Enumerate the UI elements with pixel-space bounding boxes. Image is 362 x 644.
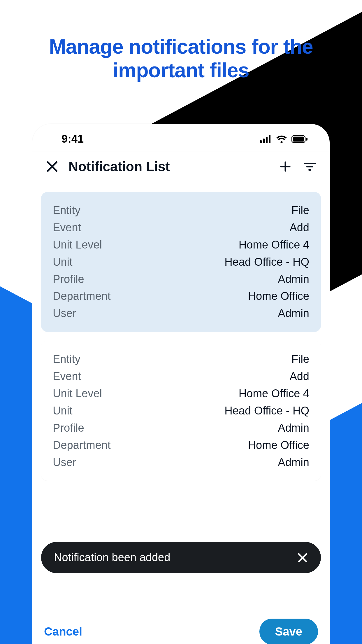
svg-rect-6 <box>306 138 307 141</box>
row-value: Head Office - HQ <box>224 402 309 419</box>
row-value: Home Office 4 <box>239 236 309 253</box>
card-row: UnitHead Office - HQ <box>53 402 309 419</box>
row-value: Add <box>289 219 309 236</box>
svg-rect-0 <box>260 140 262 143</box>
content-area: EntityFile EventAdd Unit LevelHome Offic… <box>32 183 330 481</box>
row-value: Add <box>289 368 309 385</box>
row-value: Admin <box>278 271 309 288</box>
promo-headline: Manage notifications for the important f… <box>0 0 362 82</box>
svg-rect-8 <box>306 166 313 167</box>
page-title: Notification List <box>68 159 269 174</box>
row-label: Unit <box>53 402 73 419</box>
row-label: Profile <box>53 419 84 437</box>
svg-rect-1 <box>263 139 265 143</box>
row-value: Admin <box>278 305 309 322</box>
toast: Notification been added <box>41 542 321 573</box>
close-button[interactable] <box>44 158 60 175</box>
card-row: ProfileAdmin <box>53 271 309 288</box>
nav-bar: Notification List <box>32 151 330 183</box>
row-label: Unit Level <box>53 236 102 253</box>
notification-card[interactable]: EntityFile EventAdd Unit LevelHome Offic… <box>41 341 321 481</box>
close-icon <box>297 552 308 563</box>
save-button[interactable]: Save <box>259 619 318 644</box>
card-row: DepartmentHome Office <box>53 288 309 305</box>
filter-button[interactable] <box>302 158 318 175</box>
card-row: UnitHead Office - HQ <box>53 253 309 271</box>
card-row: Unit LevelHome Office 4 <box>53 236 309 253</box>
row-value: Admin <box>278 454 309 471</box>
row-label: Event <box>53 368 81 385</box>
row-label: Event <box>53 219 81 236</box>
row-label: Unit <box>53 253 73 271</box>
wifi-icon <box>276 135 287 143</box>
row-value: Home Office <box>248 437 309 454</box>
row-value: File <box>291 351 309 368</box>
toast-close-button[interactable] <box>297 552 308 563</box>
card-row: ProfileAdmin <box>53 419 309 437</box>
card-row: DepartmentHome Office <box>53 437 309 454</box>
row-value: Home Office 4 <box>239 385 309 402</box>
notification-card[interactable]: EntityFile EventAdd Unit LevelHome Offic… <box>41 192 321 332</box>
status-time: 9:41 <box>48 133 84 145</box>
status-bar: 9:41 <box>32 124 330 151</box>
row-value: Admin <box>278 419 309 437</box>
add-button[interactable] <box>277 158 294 175</box>
row-value: Home Office <box>248 288 309 305</box>
row-label: User <box>53 454 76 471</box>
row-label: Department <box>53 288 111 305</box>
row-label: Unit Level <box>53 385 102 402</box>
card-row: EntityFile <box>53 351 309 368</box>
row-value: Head Office - HQ <box>224 253 309 271</box>
filter-icon <box>303 162 316 171</box>
svg-rect-2 <box>266 137 268 143</box>
row-label: Department <box>53 437 111 454</box>
plus-icon <box>279 160 291 173</box>
status-icons <box>260 135 314 143</box>
close-icon <box>46 160 58 173</box>
row-label: Entity <box>53 202 80 219</box>
toast-message: Notification been added <box>54 551 170 564</box>
svg-rect-5 <box>293 136 304 141</box>
cancel-button[interactable]: Cancel <box>44 625 82 638</box>
card-row: EntityFile <box>53 202 309 219</box>
svg-rect-9 <box>308 169 311 171</box>
svg-rect-3 <box>269 135 270 143</box>
row-label: User <box>53 305 76 322</box>
card-row: UserAdmin <box>53 454 309 471</box>
card-row: EventAdd <box>53 368 309 385</box>
row-label: Entity <box>53 351 80 368</box>
phone-frame: 9:41 Notification List <box>32 124 330 644</box>
card-row: Unit LevelHome Office 4 <box>53 385 309 402</box>
card-row: UserAdmin <box>53 305 309 322</box>
row-label: Profile <box>53 271 84 288</box>
battery-icon <box>291 135 308 143</box>
row-value: File <box>291 202 309 219</box>
footer-bar: Cancel Save <box>32 614 330 644</box>
card-row: EventAdd <box>53 219 309 236</box>
cellular-icon <box>260 135 272 143</box>
svg-rect-7 <box>304 163 316 164</box>
